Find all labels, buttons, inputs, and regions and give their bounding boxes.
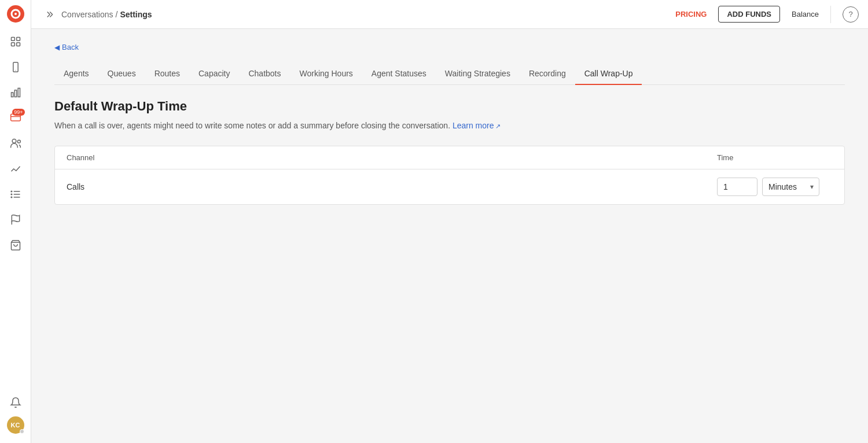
breadcrumb: Conversations / Settings xyxy=(61,10,152,19)
time-value-input[interactable] xyxy=(717,178,757,196)
tab-agents[interactable]: Agents xyxy=(54,63,98,85)
tab-capacity[interactable]: Capacity xyxy=(189,63,239,85)
tab-queues[interactable]: Queues xyxy=(98,63,145,85)
settings-tabs: Agents Queues Routes Capacity Chatbots W… xyxy=(54,63,845,85)
sidebar: 99+ xyxy=(0,0,31,443)
avatar-status-dot xyxy=(20,429,24,434)
svg-point-14 xyxy=(12,139,16,143)
expand-nav-button[interactable] xyxy=(41,6,57,23)
tab-agent-statuses[interactable]: Agent Statuses xyxy=(362,63,436,85)
sidebar-item-agents[interactable] xyxy=(4,132,27,155)
breadcrumb-conversations[interactable]: Conversations xyxy=(61,10,113,19)
pricing-link[interactable]: PRICING xyxy=(675,10,707,19)
sidebar-item-flag[interactable] xyxy=(4,208,27,231)
svg-line-25 xyxy=(47,14,50,17)
table-row: Calls Seconds Minutes Hours xyxy=(55,169,844,204)
sidebar-item-analytics[interactable] xyxy=(4,81,27,104)
section-description: When a call is over, agents might need t… xyxy=(54,120,845,132)
app-logo[interactable] xyxy=(6,5,25,23)
sidebar-item-conversations[interactable]: 99+ xyxy=(4,106,27,130)
channel-calls-label: Calls xyxy=(67,182,717,191)
wrap-up-table: Channel Time Calls Seconds Minutes Hours xyxy=(54,146,845,205)
tab-working-hours[interactable]: Working Hours xyxy=(290,63,362,85)
header-divider xyxy=(830,6,831,23)
svg-line-27 xyxy=(50,14,53,17)
tab-call-wrap-up[interactable]: Call Wrap-Up xyxy=(575,63,642,85)
sidebar-item-store[interactable] xyxy=(4,234,27,257)
tab-routes[interactable]: Routes xyxy=(145,63,189,85)
table-header: Channel Time xyxy=(55,146,844,169)
tab-chatbots[interactable]: Chatbots xyxy=(239,63,290,85)
time-unit-select[interactable]: Seconds Minutes Hours xyxy=(762,178,819,196)
svg-rect-4 xyxy=(16,38,20,41)
svg-point-20 xyxy=(11,194,12,195)
sidebar-item-reports[interactable] xyxy=(4,157,27,180)
row-time-controls: Seconds Minutes Hours xyxy=(717,178,833,196)
svg-rect-7 xyxy=(13,62,17,72)
breadcrumb-separator: / xyxy=(116,10,118,19)
svg-line-26 xyxy=(50,12,53,14)
notification-bell[interactable] xyxy=(4,391,27,414)
sidebar-item-dashboard[interactable] xyxy=(4,30,27,53)
col-channel-header: Channel xyxy=(67,153,717,162)
add-funds-button[interactable]: ADD FUNDS xyxy=(718,6,780,23)
conversations-badge: 99+ xyxy=(12,109,24,116)
tab-recording[interactable]: Recording xyxy=(520,63,575,85)
breadcrumb-settings: Settings xyxy=(120,10,152,19)
svg-rect-6 xyxy=(16,43,20,46)
section-title: Default Wrap-Up Time xyxy=(54,99,845,114)
svg-rect-3 xyxy=(11,38,14,41)
svg-rect-11 xyxy=(18,88,20,97)
learn-more-link[interactable]: Learn more↗ xyxy=(453,121,501,130)
balance-label: Balance xyxy=(792,10,819,19)
page-content: ◀ Back Agents Queues Routes Capacity Cha… xyxy=(31,29,868,443)
tab-waiting-strategies[interactable]: Waiting Strategies xyxy=(436,63,520,85)
header: Conversations / Settings PRICING ADD FUN… xyxy=(31,0,868,29)
svg-point-2 xyxy=(14,13,17,15)
time-unit-wrapper: Seconds Minutes Hours xyxy=(762,178,819,196)
svg-rect-5 xyxy=(11,43,14,46)
svg-point-19 xyxy=(11,191,12,192)
svg-point-15 xyxy=(17,140,20,143)
external-link-icon: ↗ xyxy=(495,123,501,130)
sidebar-item-list[interactable] xyxy=(4,183,27,206)
help-button[interactable]: ? xyxy=(843,6,859,23)
svg-rect-10 xyxy=(14,90,16,97)
col-time-header: Time xyxy=(717,153,833,162)
svg-rect-9 xyxy=(11,93,13,97)
svg-line-24 xyxy=(47,12,50,14)
svg-point-21 xyxy=(11,197,12,198)
sidebar-bottom: KC xyxy=(4,391,27,438)
avatar[interactable]: KC xyxy=(7,416,24,434)
back-arrow-icon: ◀ xyxy=(54,43,60,51)
main-area: Conversations / Settings PRICING ADD FUN… xyxy=(31,0,868,443)
back-link[interactable]: ◀ Back xyxy=(54,43,845,51)
sidebar-item-phone[interactable] xyxy=(4,56,27,79)
